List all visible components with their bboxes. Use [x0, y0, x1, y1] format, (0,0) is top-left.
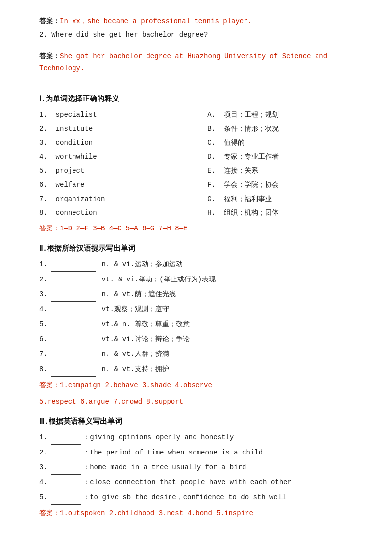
- vocab-word: 7. organization: [39, 193, 207, 206]
- fill-item: 5. vt.& n. 尊敬；尊重；敬意: [39, 318, 363, 331]
- fill-blank-input[interactable]: [51, 273, 96, 287]
- vocab-row: 7. organization G. 福利；福利事业: [39, 193, 363, 206]
- fill-blank-input[interactable]: [51, 318, 96, 331]
- vocab-row: 8. connection H. 组织；机构；团体: [39, 206, 363, 220]
- vocab-list: 1. specialist A. 项目；工程；规划 2. institute B…: [39, 108, 363, 220]
- answer-section3: 答案：1.outspoken 2.childhood 3.nest 4.bond…: [39, 507, 363, 520]
- fill-item: 3. n. & vt.荫；遮住光线: [39, 288, 363, 302]
- vocab-meaning: B. 条件；情形；状况: [207, 123, 363, 136]
- fill-blank-input[interactable]: [51, 258, 96, 272]
- vocab-word: 1. specialist: [39, 108, 207, 122]
- divider1: [39, 46, 245, 46]
- def-blank-input[interactable]: [51, 476, 81, 490]
- section2-title: Ⅱ.根据所给汉语提示写出单词: [39, 244, 363, 253]
- vocab-row: 5. project E. 连接；关系: [39, 164, 363, 177]
- answer1-text: In xx，she became a professional tennis p…: [60, 17, 252, 25]
- vocab-meaning: A. 项目；工程；规划: [207, 108, 363, 122]
- fill-list: 1. n. & vi.运动；参加运动2. vt. & vi.举动；(举止或行为)…: [39, 258, 363, 377]
- vocab-row: 6. welfare F. 学会；学院；协会: [39, 178, 363, 192]
- vocab-meaning: H. 组织；机构；团体: [207, 206, 363, 220]
- def-blank-input[interactable]: [51, 491, 81, 505]
- answer-section2-line2: 5.respect 6.argue 7.crowd 8.support: [39, 396, 363, 408]
- section1-title: Ⅰ.为单词选择正确的释义: [39, 94, 363, 103]
- def-item: 1. ：giving opinions openly and honestly: [39, 431, 363, 445]
- answer1-block: 答案：In xx，she became a professional tenni…: [39, 15, 363, 28]
- vocab-word: 5. project: [39, 164, 207, 177]
- fill-item: 6. vt.& vi.讨论；辩论；争论: [39, 333, 363, 347]
- fill-item: 7. n. & vt.人群；挤满: [39, 348, 363, 361]
- question2: 2. Where did she get her bachelor degree…: [39, 29, 363, 41]
- fill-item: 8. n. & vt.支持；拥护: [39, 363, 363, 377]
- answer-section2-line1: 答案：1.campaign 2.behave 3.shade 4.observe: [39, 379, 363, 392]
- vocab-meaning: D. 专家；专业工作者: [207, 151, 363, 164]
- vocab-meaning: E. 连接；关系: [207, 164, 363, 177]
- fill-blank-input[interactable]: [51, 333, 96, 347]
- def-blank-input[interactable]: [51, 431, 81, 445]
- vocab-row: 3. condition C. 值得的: [39, 136, 363, 150]
- vocab-row: 1. specialist A. 项目；工程；规划: [39, 108, 363, 122]
- vocab-meaning: F. 学会；学院；协会: [207, 178, 363, 192]
- def-item: 2. ：the period of time when someone is a…: [39, 446, 363, 460]
- vocab-meaning: C. 值得的: [207, 136, 363, 150]
- fill-blank-input[interactable]: [51, 303, 96, 317]
- fill-blank-input[interactable]: [51, 288, 96, 302]
- vocab-word: 6. welfare: [39, 178, 207, 192]
- def-item: 5. ：to give sb the desire，confidence to …: [39, 491, 363, 505]
- fill-blank-input[interactable]: [51, 348, 96, 361]
- vocab-word: 8. connection: [39, 206, 207, 220]
- section3-title: Ⅲ.根据英语释义写出单词: [39, 417, 363, 426]
- vocab-word: 4. worthwhile: [39, 151, 207, 164]
- vocab-meaning: G. 福利；福利事业: [207, 193, 363, 206]
- vocab-row: 4. worthwhile D. 专家；专业工作者: [39, 151, 363, 164]
- fill-item: 4. vt.观察；观测；遵守: [39, 303, 363, 317]
- vocab-row: 2. institute B. 条件；情形；状况: [39, 123, 363, 136]
- fill-item: 2. vt. & vi.举动；(举止或行为)表现: [39, 273, 363, 287]
- def-item: 3. ：home made in a tree usually for a bi…: [39, 461, 363, 475]
- answer-section1: 答案：1—D 2—F 3—B 4—C 5—A 6—G 7—H 8—E: [39, 223, 363, 235]
- fill-item: 1. n. & vi.运动；参加运动: [39, 258, 363, 272]
- vocab-word: 3. condition: [39, 136, 207, 150]
- vocab-word: 2. institute: [39, 123, 207, 136]
- answer2-label: 答案：: [39, 52, 60, 60]
- fill-blank-input[interactable]: [51, 363, 96, 377]
- answer2-text: She got her bachelor degree at Huazhong …: [39, 52, 327, 72]
- def-list: 1. ：giving opinions openly and honestly2…: [39, 431, 363, 505]
- def-blank-input[interactable]: [51, 446, 81, 460]
- answer1-label: 答案：: [39, 17, 60, 25]
- def-item: 4. ：close connection that people have wi…: [39, 476, 363, 490]
- def-blank-input[interactable]: [51, 461, 81, 475]
- answer2-block: 答案：She got her bachelor degree at Huazho…: [39, 51, 363, 75]
